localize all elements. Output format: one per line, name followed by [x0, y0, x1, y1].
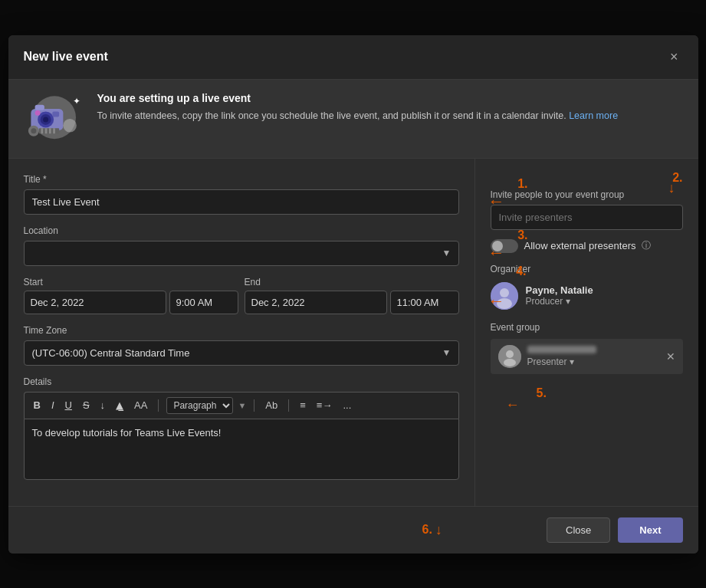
date-row: Start End ← 4.	[24, 277, 459, 314]
svg-point-5	[43, 117, 48, 122]
timezone-label: Time Zone	[24, 325, 459, 336]
bold-button[interactable]: B	[31, 398, 44, 412]
svg-point-15	[63, 119, 77, 133]
title-input[interactable]	[24, 189, 459, 215]
start-date-input[interactable]	[24, 291, 166, 314]
arrow-1: ←	[488, 192, 505, 212]
toolbar-separator-1	[158, 399, 159, 412]
svg-point-22	[504, 359, 516, 366]
learn-more-link[interactable]: Learn more	[569, 110, 618, 121]
presenter-left: Presenter ▾	[498, 345, 596, 368]
details-editor[interactable]: To develop tutorials for Teams Live Even…	[24, 419, 459, 480]
presenter-info: Presenter ▾	[527, 346, 596, 367]
presenter-avatar	[498, 345, 521, 368]
step3-label: 3.	[517, 228, 527, 242]
subscript-button[interactable]: ↓	[97, 398, 109, 412]
banner-body: To invite attendees, copy the link once …	[97, 109, 619, 123]
svg-rect-11	[41, 128, 43, 133]
dialog-header: New live event ×	[8, 35, 698, 80]
step1-label: 1.	[517, 177, 527, 191]
new-live-event-dialog: New live event × ✦	[8, 35, 698, 554]
presenter-remove-button[interactable]: ✕	[666, 350, 675, 363]
arrow-4: ←	[488, 291, 505, 311]
left-panel: Title * ← 1. Location ▼ ← 3.	[8, 159, 475, 506]
dialog-title: New live event	[24, 50, 108, 64]
dialog-body: Title * ← 1. Location ▼ ← 3.	[8, 159, 698, 506]
location-input[interactable]	[24, 241, 459, 266]
step6-label: 6.	[422, 523, 432, 537]
svg-point-9	[31, 128, 36, 133]
italic-button[interactable]: I	[48, 398, 57, 412]
indent-button[interactable]: ≡→	[314, 398, 336, 412]
end-time-input[interactable]	[390, 291, 459, 314]
arrow-6: ↓	[435, 522, 442, 538]
svg-point-21	[506, 350, 514, 358]
right-panel: 2. ↓ Invite people to your event group A…	[475, 159, 698, 506]
dialog-close-button[interactable]: ×	[665, 48, 683, 67]
paragraph-select[interactable]: Paragraph	[166, 397, 233, 414]
invite-input[interactable]	[491, 205, 683, 230]
editor-toolbar: B I U S ↓ ▲̲ AA Paragraph ▼ Ab ≡	[24, 392, 459, 419]
svg-rect-12	[44, 128, 47, 133]
svg-text:✦: ✦	[72, 95, 80, 106]
svg-rect-14	[53, 128, 55, 133]
details-field-group: Details B I U S ↓ ▲̲ AA Paragraph ▼ Ab	[24, 376, 459, 480]
location-field-group: Location ▼ ← 3.	[24, 225, 459, 266]
dialog-footer: 6. ↓ Close Next	[8, 506, 698, 554]
presenter-card: Presenter ▾ ✕	[491, 339, 683, 374]
svg-point-16	[34, 110, 40, 115]
banner-heading: You are setting up a live event	[97, 92, 619, 104]
toggle-knob	[492, 241, 503, 251]
timezone-field-group: Time Zone (UTC-06:00) Central Standard T…	[24, 325, 459, 366]
title-field-group: Title * ← 1.	[24, 174, 459, 215]
title-label: Title *	[24, 174, 459, 185]
banner-text: You are setting up a live event To invit…	[97, 92, 619, 123]
font-size-button[interactable]: AA	[131, 398, 150, 412]
allow-external-label: Allow external presenters	[524, 240, 636, 251]
toolbar-separator-2	[254, 399, 254, 412]
end-date-input[interactable]	[245, 291, 387, 314]
svg-rect-6	[34, 104, 44, 110]
presenter-name-blurred	[527, 346, 596, 353]
invite-label: Invite people to your event group	[491, 189, 683, 200]
live-event-illustration: ✦	[24, 92, 85, 146]
svg-rect-7	[52, 111, 59, 117]
highlight-button[interactable]: ▲̲	[113, 398, 126, 412]
info-banner: ✦	[8, 80, 698, 159]
arrow-5: ←	[506, 397, 520, 413]
bullet-list-button[interactable]: ≡	[297, 398, 309, 412]
svg-rect-13	[49, 128, 51, 133]
presenter-role[interactable]: Presenter ▾	[527, 356, 596, 367]
event-group-label: Event group	[491, 322, 683, 333]
spellcheck-button[interactable]: Ab	[262, 398, 281, 412]
organizer-info: Payne, Natalie Producer ▾	[526, 284, 593, 307]
close-button[interactable]: Close	[547, 517, 610, 543]
toolbar-separator-3	[288, 399, 289, 412]
location-label: Location	[24, 225, 459, 236]
timezone-select[interactable]: (UTC-06:00) Central Standard Time	[24, 340, 459, 366]
strikethrough-button[interactable]: S	[80, 398, 93, 412]
step5-label: 5.	[537, 386, 547, 400]
details-label: Details	[24, 376, 459, 387]
end-label: End	[245, 277, 459, 287]
role-chevron-icon: ▾	[566, 296, 570, 307]
more-options-button[interactable]: ...	[340, 398, 354, 412]
start-label: Start	[24, 277, 238, 287]
underline-button[interactable]: U	[62, 398, 75, 412]
end-date-group: End ← 4.	[245, 277, 459, 314]
presenter-role-chevron: ▾	[570, 356, 574, 367]
next-button[interactable]: Next	[618, 517, 682, 543]
start-date-group: Start	[24, 277, 238, 314]
organizer-role[interactable]: Producer ▾	[526, 296, 593, 307]
step4-label: 4.	[516, 264, 526, 278]
arrow-2: ↓	[668, 180, 675, 196]
start-time-input[interactable]	[169, 291, 238, 314]
organizer-card: Payne, Natalie Producer ▾	[491, 282, 683, 310]
allow-external-toggle[interactable]	[491, 239, 518, 253]
info-icon[interactable]: ⓘ	[642, 239, 651, 252]
organizer-name: Payne, Natalie	[526, 284, 593, 296]
